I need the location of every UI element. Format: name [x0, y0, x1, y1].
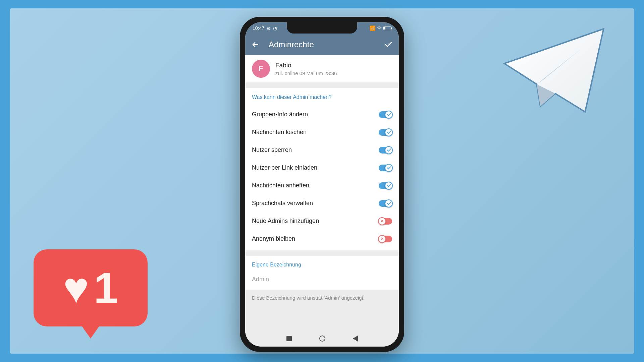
- android-nav-bar: [245, 330, 399, 347]
- back-button[interactable]: [251, 41, 259, 49]
- permission-toggle[interactable]: [379, 218, 392, 225]
- permission-toggle[interactable]: [379, 165, 392, 171]
- avatar: F: [252, 60, 270, 78]
- custom-title-input[interactable]: [252, 273, 392, 286]
- permission-row: Nutzer per Link einladen: [252, 159, 392, 177]
- permission-toggle[interactable]: [379, 111, 392, 118]
- telegram-logo-icon: [500, 23, 610, 119]
- user-name: Fabio: [275, 62, 337, 69]
- permission-row: Nachrichten löschen: [252, 123, 392, 141]
- phone-device-frame: 10:47 ⦻ ◔ 📶 Adminrechte: [240, 17, 404, 352]
- permission-toggle[interactable]: [379, 236, 392, 242]
- permission-label: Nutzer sperren: [252, 146, 292, 154]
- permission-row: Anonym bleiben: [252, 230, 392, 248]
- permission-label: Anonym bleiben: [252, 235, 295, 242]
- app-header: Adminrechte: [245, 34, 399, 55]
- signal-icon: 📶: [370, 25, 375, 31]
- permission-label: Nachrichten anheften: [252, 182, 309, 189]
- permission-row: Gruppen-Info ändern: [252, 106, 392, 123]
- nav-back-button[interactable]: [353, 336, 358, 342]
- like-count: 1: [94, 263, 118, 313]
- alarm-off-icon: ⦻: [266, 25, 271, 31]
- permission-toggle[interactable]: [379, 129, 392, 136]
- permission-label: Nutzer per Link einladen: [252, 164, 317, 171]
- page-title: Adminrechte: [269, 40, 375, 49]
- permission-row: Sprachchats verwalten: [252, 194, 392, 212]
- heart-icon: ♥: [63, 266, 89, 310]
- permission-toggle[interactable]: [379, 200, 392, 207]
- permission-label: Neue Admins hinzufügen: [252, 218, 319, 225]
- custom-title-hint: Diese Bezeichnung wird anstatt 'Admin' a…: [245, 290, 399, 306]
- confirm-button[interactable]: [384, 40, 393, 49]
- permissions-section: Was kann dieser Admin machen? Gruppen-In…: [245, 88, 399, 250]
- permission-row: Nachrichten anheften: [252, 177, 392, 194]
- nav-home-button[interactable]: [319, 336, 325, 342]
- permission-toggle[interactable]: [379, 147, 392, 154]
- whatsapp-icon: ◔: [273, 25, 277, 31]
- permission-label: Sprachchats verwalten: [252, 200, 313, 207]
- permission-label: Nachrichten löschen: [252, 129, 307, 136]
- custom-title-section: Eigene Bezeichnung: [245, 256, 399, 290]
- wifi-icon: [377, 25, 382, 31]
- phone-notch: [287, 22, 357, 34]
- nav-recent-button[interactable]: [286, 336, 292, 341]
- custom-title-heading: Eigene Bezeichnung: [252, 262, 392, 268]
- status-time: 10:47: [253, 25, 264, 31]
- user-card[interactable]: F Fabio zul. online 09 Mai um 23:36: [245, 55, 399, 83]
- permission-row: Neue Admins hinzufügen: [252, 212, 392, 230]
- user-last-seen: zul. online 09 Mai um 23:36: [275, 70, 337, 76]
- permission-row: Nutzer sperren: [252, 141, 392, 159]
- battery-icon: [383, 26, 391, 30]
- permissions-heading: Was kann dieser Admin machen?: [252, 94, 392, 100]
- like-notification-badge: ♥ 1: [34, 249, 148, 339]
- permission-toggle[interactable]: [379, 182, 392, 189]
- permission-label: Gruppen-Info ändern: [252, 111, 308, 118]
